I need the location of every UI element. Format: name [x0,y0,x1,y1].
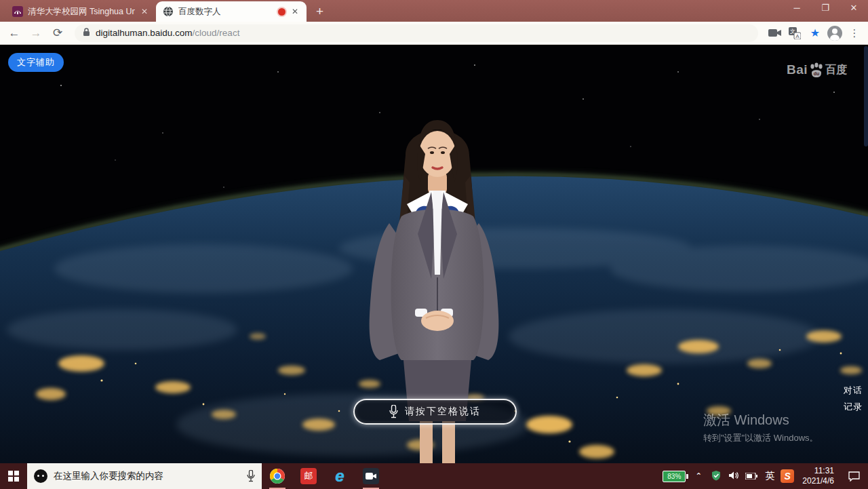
url-domain: digitalhuman.baidu.com [96,28,193,38]
tray-chevron-icon[interactable]: ⌃ [691,471,706,481]
scrollbar-thumb[interactable] [864,46,868,146]
minimize-button[interactable]: ─ [783,0,811,18]
reload-button[interactable]: ⟳ [49,26,66,40]
text-assist-button[interactable]: 文字辅助 [8,53,64,72]
baidu-paw-icon: du [808,62,825,79]
maximize-button[interactable]: ❐ [811,0,840,18]
menu-icon[interactable]: ⋮ [846,25,863,41]
search-mic-icon[interactable] [247,470,255,482]
url-path: /cloud/react [193,28,240,38]
bookmark-star-icon[interactable]: ★ [807,25,823,41]
back-button[interactable]: ← [5,26,23,40]
speaker-icon[interactable] [726,471,741,482]
lock-icon [83,28,90,39]
record-label: 记录 [844,399,863,415]
press-space-label: 请按下空格说话 [405,406,481,418]
globe-favicon-icon [163,6,174,17]
tab-title: 清华大学校园网 Tsinghua Univ [28,6,135,18]
dialog-record-tab[interactable]: 对话 记录 [844,383,863,415]
taskbar-clock[interactable]: 11:31 2021/4/6 [797,466,841,486]
dialog-label: 对话 [844,383,863,399]
sogou-input-icon[interactable]: S [781,469,794,483]
taskbar-search-input[interactable]: 在这里输入你要搜索的内容 [27,463,262,489]
browser-toolbar: ← → ⟳ digitalhuman.baidu.com/cloud/react… [0,22,868,45]
desktop-screen: 清华大学校园网 Tsinghua Univ ✕ 百度数字人 ✕ + ─ ❐ ✕ … [0,0,868,489]
activate-line1: 激活 Windows [703,411,818,429]
windows-taskbar: 在这里输入你要搜索的内容 邮 e [0,463,868,489]
mail-badge: 邮 [300,468,317,484]
profile-avatar[interactable] [827,26,842,41]
system-tray: 83% ⌃ 英 S 11:31 2021/4/6 [663,466,868,486]
clock-date: 2021/4/6 [802,476,834,486]
baidu-logo-watermark: Bai du 百度 [787,61,847,77]
action-center-icon[interactable] [844,471,864,482]
baidu-logo-cn: 百度 [825,63,847,77]
clock-time: 11:31 [802,466,834,476]
input-language-indicator[interactable]: 英 [762,470,778,482]
battery-tray-icon[interactable] [744,471,759,482]
start-button[interactable] [0,463,27,489]
activate-windows-watermark: 激活 Windows 转到"设置"以激活 Windows。 [703,411,818,444]
window-controls: ─ ❐ ✕ [783,0,868,18]
tab-title: 百度数字人 [178,6,273,18]
microphone-icon [389,405,398,418]
svg-text:du: du [814,71,820,76]
mail-taskbar-icon[interactable]: 邮 [293,463,324,489]
tsinghua-favicon-icon [12,6,23,17]
battery-percent: 83% [667,473,681,480]
svg-text:A: A [795,33,800,39]
camera-share-icon[interactable] [766,25,783,41]
new-tab-button[interactable]: + [307,4,333,22]
camera-app-icon[interactable] [355,463,387,489]
address-bar[interactable]: digitalhuman.baidu.com/cloud/react [75,24,758,42]
internet-explorer-icon[interactable]: e [324,463,355,489]
close-tab-icon[interactable]: ✕ [290,7,300,16]
recording-indicator-icon [278,8,285,16]
windows-logo-icon [8,471,19,482]
press-space-to-talk-button[interactable]: 请按下空格说话 [353,399,517,425]
forward-button: → [27,26,45,40]
tab-digitalhuman[interactable]: 百度数字人 ✕ [156,1,307,22]
close-tab-icon[interactable]: ✕ [140,7,149,16]
ie-glyph: e [335,468,344,484]
activate-line2: 转到"设置"以激活 Windows。 [703,432,818,444]
tab-tsinghua[interactable]: 清华大学校园网 Tsinghua Univ ✕ [5,1,156,22]
chrome-taskbar-icon[interactable] [262,463,293,489]
browser-titlebar: 清华大学校园网 Tsinghua Univ ✕ 百度数字人 ✕ + ─ ❐ ✕ [0,0,868,22]
page-viewport: 文字辅助 Bai du 百度 请按下空格说话 [0,45,868,463]
search-placeholder: 在这里输入你要搜索的内容 [54,470,241,482]
close-window-button[interactable]: ✕ [840,0,868,18]
translate-icon[interactable]: 文A [787,25,803,41]
battery-indicator[interactable]: 83% [663,471,686,482]
baidu-logo-text: Bai [787,62,808,77]
cortana-icon [34,469,47,483]
defender-shield-icon[interactable] [709,470,724,483]
